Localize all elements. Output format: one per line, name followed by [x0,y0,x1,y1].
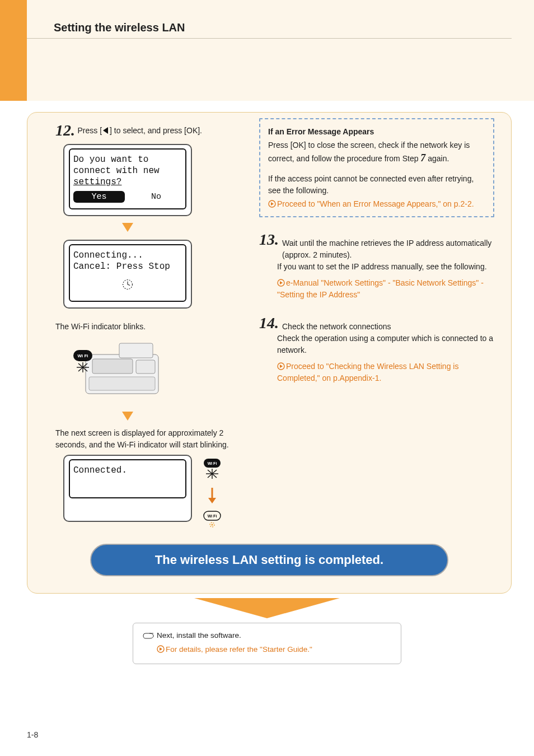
pointing-hand-icon [142,632,154,643]
lcd-yes-button: Yes [73,191,125,203]
step-13-link-text: e-Manual "Network Settings" - "Basic Net… [277,278,484,299]
svg-text:Wi Fi: Wi Fi [77,353,88,358]
completion-text: The wireless LAN setting is completed. [155,553,383,567]
bottom-note-text: Next, install the software. [157,631,241,640]
step-13: 13. Wait until the machine retrieves the… [259,232,494,301]
arrow-circle-icon [277,278,285,286]
svg-text:Wi Fi: Wi Fi [208,461,217,465]
content-panel: 12. Press [] to select, and press [OK]. … [27,112,512,594]
step-14-link: Proceed to "Checking the Wireless LAN Se… [277,361,494,384]
callout-body-2: If the access point cannot be connected … [268,173,485,196]
wifi-indicator-transition: Wi Fi Wi Fi [195,454,229,531]
svg-marker-37 [160,647,162,651]
step-13-link: e-Manual "Network Settings" - "Basic Net… [277,277,494,301]
down-arrow-icon [195,488,229,506]
down-arrow-icon [55,222,200,235]
callout-title: If an Error Message Appears [268,127,485,136]
step-14-line1: Check the network connections [282,315,391,333]
step-12-text-after: ] to select, and press [OK]. [110,126,202,135]
svg-point-28 [211,524,213,525]
side-tab [0,0,27,101]
step-14-number: 14. [259,315,279,331]
svg-marker-0 [103,127,108,134]
wifi-blinks-text: The Wi-Fi indicator blinks. [55,321,263,332]
lcd-line: Cancel: Press Stop [73,261,182,272]
header-bar [27,0,534,101]
lcd-line: Connected. [73,465,182,476]
completion-banner: The wireless LAN setting is completed. [90,544,448,576]
svg-rect-6 [89,377,155,390]
bottom-note-link-text: For details, please refer the "Starter G… [166,645,312,654]
header-rule [27,38,512,39]
step-12-text-before: Press [ [77,126,102,135]
lcd-line: connect with new [73,165,182,176]
page-number: 1-8 [27,730,38,739]
svg-rect-9 [136,360,155,374]
lcd-line: Do you want to [73,154,182,165]
callout-text: again. [425,154,449,163]
clock-icon [73,277,182,295]
svg-marker-35 [194,598,340,618]
left-arrow-icon [102,127,110,136]
wifi-steady-icon: Wi Fi [198,509,226,529]
svg-marker-30 [271,202,274,206]
arrow-circle-icon [157,645,165,653]
step-14: 14. Check the network connections Check … [259,315,494,384]
callout-body: Press [OK] to close the screen, check if… [268,139,485,165]
lcd-line: Connecting... [73,250,182,261]
section-title: Setting the wireless LAN [54,21,185,34]
svg-text:Wi Fi: Wi Fi [208,514,217,518]
lcd-line: settings? [73,176,182,188]
lcd-screen-prompt: Do you want to connect with new settings… [63,144,192,216]
lcd-screen-connecting: Connecting... Cancel: Press Stop [63,240,192,309]
bottom-note-line1: Next, install the software. [142,630,392,643]
svg-marker-24 [208,498,216,503]
callout-link: Proceed to "When an Error Message Appear… [268,198,485,209]
step-12-text: Press [] to select, and press [OK]. [77,126,202,135]
svg-marker-34 [280,365,283,368]
step-12-number: 12. [55,122,75,139]
svg-marker-32 [280,281,283,284]
lcd-screen-connected: Connected. [63,455,192,522]
printer-illustration: Wi Fi [63,338,175,405]
step-13-line1: Wait until the machine retrieves the IP … [282,232,494,261]
step-13-number: 13. [259,232,279,248]
next-screen-text: The next screen is displayed for approxi… [55,427,251,450]
step-12: 12. Press [] to select, and press [OK]. [55,122,263,139]
step-13-line2: If you want to set the IP address manual… [277,261,494,273]
callout-link-text: Proceed to "When an Error Message Appear… [277,199,474,208]
svg-rect-8 [92,359,133,374]
bottom-note-link: For details, please refer the "Starter G… [157,644,392,655]
svg-line-4 [128,284,130,285]
step-14-link-text: Proceed to "Checking the Wireless LAN Se… [277,362,458,382]
arrow-circle-icon [277,362,285,370]
svg-rect-7 [119,343,153,358]
step-14-line2: Check the operation using a computer whi… [277,333,494,356]
down-arrow-icon [55,410,200,424]
step-ref-7: 7 [420,152,425,164]
svg-marker-1 [122,223,133,232]
bottom-note: Next, install the software. For details,… [133,623,401,664]
svg-marker-16 [122,412,133,421]
wifi-blinking-icon: Wi Fi [198,454,226,482]
wedge-arrow-icon [194,598,340,620]
arrow-circle-icon [268,199,276,207]
lcd-no-button: No [130,191,182,203]
error-callout: If an Error Message Appears Press [OK] t… [259,118,494,217]
